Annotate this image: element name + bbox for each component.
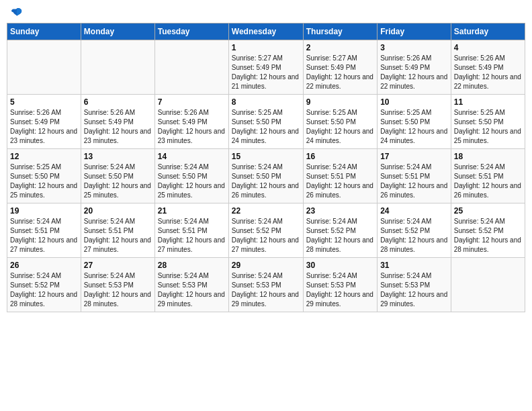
calendar-day-cell: 3Sunrise: 5:26 AMSunset: 5:49 PMDaylight… — [378, 40, 451, 95]
logo — [9, 7, 23, 19]
calendar-week-row: 26Sunrise: 5:24 AMSunset: 5:52 PMDayligh… — [7, 258, 525, 312]
day-info-line: Sunset: 5:49 PM — [10, 118, 78, 127]
header — [7, 7, 525, 19]
day-info-line: Sunrise: 5:26 AM — [84, 108, 152, 118]
calendar-day-cell: 31Sunrise: 5:24 AMSunset: 5:53 PMDayligh… — [378, 258, 451, 312]
day-info-line: Sunset: 5:52 PM — [454, 226, 522, 236]
day-info-line: Daylight: 12 hours and 28 minutes. — [84, 290, 152, 309]
calendar-day-cell: 5Sunrise: 5:26 AMSunset: 5:49 PMDaylight… — [7, 95, 81, 149]
calendar-week-row: 1Sunrise: 5:27 AMSunset: 5:49 PMDaylight… — [7, 40, 525, 95]
day-info-line: Daylight: 12 hours and 22 minutes. — [380, 73, 448, 91]
day-info-line: Sunrise: 5:27 AM — [306, 54, 374, 63]
day-number: 11 — [454, 97, 522, 107]
calendar-day-cell: 12Sunrise: 5:25 AMSunset: 5:50 PMDayligh… — [7, 149, 81, 203]
day-info-line: Daylight: 12 hours and 28 minutes. — [454, 236, 522, 255]
day-number: 14 — [158, 152, 226, 161]
calendar-day-cell: 23Sunrise: 5:24 AMSunset: 5:52 PMDayligh… — [303, 203, 377, 258]
calendar-day-cell: 10Sunrise: 5:25 AMSunset: 5:50 PMDayligh… — [378, 95, 451, 149]
day-info-line: Daylight: 12 hours and 26 minutes. — [232, 181, 300, 200]
day-info-line: Sunset: 5:52 PM — [232, 226, 300, 236]
day-info-line: Daylight: 12 hours and 27 minutes. — [232, 236, 300, 255]
calendar-week-row: 12Sunrise: 5:25 AMSunset: 5:50 PMDayligh… — [7, 149, 525, 203]
day-info-line: Daylight: 12 hours and 29 minutes. — [232, 290, 300, 309]
day-info-line: Sunset: 5:51 PM — [158, 226, 226, 236]
day-info-line: Sunset: 5:52 PM — [380, 226, 448, 236]
day-info-line: Sunrise: 5:24 AM — [158, 271, 226, 281]
day-info-line: Sunrise: 5:25 AM — [10, 163, 78, 172]
day-number: 27 — [84, 261, 152, 270]
day-number: 19 — [10, 206, 78, 216]
calendar-day-cell — [154, 40, 228, 95]
day-info-line: Daylight: 12 hours and 24 minutes. — [232, 127, 300, 146]
day-number: 20 — [84, 206, 152, 216]
day-number: 13 — [84, 152, 152, 161]
day-info-line: Sunset: 5:51 PM — [380, 172, 448, 181]
day-number: 15 — [232, 152, 300, 161]
calendar-day-cell: 28Sunrise: 5:24 AMSunset: 5:53 PMDayligh… — [154, 258, 228, 312]
day-info-line: Sunrise: 5:24 AM — [380, 163, 448, 172]
day-info-line: Sunrise: 5:26 AM — [380, 54, 448, 63]
day-number: 8 — [232, 97, 300, 107]
day-info-line: Sunrise: 5:24 AM — [380, 217, 448, 226]
day-info-line: Sunset: 5:52 PM — [10, 281, 78, 290]
day-number: 16 — [306, 152, 374, 161]
day-info-line: Sunset: 5:53 PM — [84, 281, 152, 290]
day-info-line: Sunset: 5:49 PM — [232, 63, 300, 73]
day-info-line: Daylight: 12 hours and 23 minutes. — [84, 127, 152, 146]
day-info-line: Daylight: 12 hours and 28 minutes. — [380, 236, 448, 255]
day-info-line: Daylight: 12 hours and 28 minutes. — [10, 290, 78, 309]
day-info-line: Daylight: 12 hours and 23 minutes. — [158, 127, 226, 146]
day-info-line: Sunset: 5:51 PM — [454, 172, 522, 181]
day-info-line: Sunrise: 5:27 AM — [232, 54, 300, 63]
day-info-line: Sunset: 5:53 PM — [306, 281, 374, 290]
day-info-line: Daylight: 12 hours and 26 minutes. — [306, 181, 374, 200]
day-info-line: Sunrise: 5:24 AM — [158, 217, 226, 226]
day-info-line: Daylight: 12 hours and 22 minutes. — [306, 73, 374, 91]
day-info-line: Daylight: 12 hours and 27 minutes. — [10, 236, 78, 255]
day-info-line: Daylight: 12 hours and 24 minutes. — [306, 127, 374, 146]
weekday-header-row: SundayMondayTuesdayWednesdayThursdayFrid… — [7, 24, 525, 40]
day-number: 5 — [10, 97, 78, 107]
day-info-line: Sunset: 5:51 PM — [10, 226, 78, 236]
day-info-line: Sunset: 5:49 PM — [84, 118, 152, 127]
day-info-line: Daylight: 12 hours and 26 minutes. — [380, 181, 448, 200]
day-info-line: Daylight: 12 hours and 27 minutes. — [84, 236, 152, 255]
calendar-day-cell: 19Sunrise: 5:24 AMSunset: 5:51 PMDayligh… — [7, 203, 81, 258]
day-info-line: Sunrise: 5:26 AM — [10, 108, 78, 118]
day-number: 3 — [380, 43, 448, 52]
day-info-line: Sunrise: 5:24 AM — [10, 217, 78, 226]
calendar-day-cell: 13Sunrise: 5:24 AMSunset: 5:50 PMDayligh… — [81, 149, 154, 203]
day-info-line: Sunrise: 5:24 AM — [84, 217, 152, 226]
day-info-line: Daylight: 12 hours and 27 minutes. — [158, 236, 226, 255]
calendar-day-cell: 6Sunrise: 5:26 AMSunset: 5:49 PMDaylight… — [81, 95, 154, 149]
day-info-line: Daylight: 12 hours and 25 minutes. — [84, 181, 152, 200]
weekday-header-cell: Thursday — [303, 24, 377, 40]
calendar-day-cell: 22Sunrise: 5:24 AMSunset: 5:52 PMDayligh… — [228, 203, 303, 258]
day-info-line: Daylight: 12 hours and 29 minutes. — [158, 290, 226, 309]
day-number: 2 — [306, 43, 374, 52]
day-info-line: Sunrise: 5:24 AM — [232, 217, 300, 226]
calendar-day-cell: 7Sunrise: 5:26 AMSunset: 5:49 PMDaylight… — [154, 95, 228, 149]
day-number: 30 — [306, 261, 374, 270]
day-info-line: Sunrise: 5:24 AM — [454, 163, 522, 172]
calendar-day-cell: 24Sunrise: 5:24 AMSunset: 5:52 PMDayligh… — [378, 203, 451, 258]
day-info-line: Daylight: 12 hours and 26 minutes. — [454, 181, 522, 200]
day-number: 18 — [454, 152, 522, 161]
calendar-day-cell: 8Sunrise: 5:25 AMSunset: 5:50 PMDaylight… — [228, 95, 303, 149]
day-number: 4 — [454, 43, 522, 52]
day-info-line: Daylight: 12 hours and 28 minutes. — [306, 236, 374, 255]
calendar-day-cell: 15Sunrise: 5:24 AMSunset: 5:50 PMDayligh… — [228, 149, 303, 203]
day-info-line: Sunset: 5:49 PM — [306, 63, 374, 73]
day-info-line: Sunrise: 5:26 AM — [454, 54, 522, 63]
calendar-day-cell: 30Sunrise: 5:24 AMSunset: 5:53 PMDayligh… — [303, 258, 377, 312]
day-info-line: Sunset: 5:50 PM — [454, 118, 522, 127]
calendar-day-cell: 25Sunrise: 5:24 AMSunset: 5:52 PMDayligh… — [451, 203, 525, 258]
day-info-line: Sunrise: 5:24 AM — [84, 163, 152, 172]
day-info-line: Sunrise: 5:24 AM — [10, 271, 78, 281]
weekday-header-cell: Tuesday — [154, 24, 228, 40]
day-info-line: Sunrise: 5:25 AM — [306, 108, 374, 118]
day-info-line: Daylight: 12 hours and 23 minutes. — [10, 127, 78, 146]
day-info-line: Sunrise: 5:25 AM — [232, 108, 300, 118]
day-info-line: Daylight: 12 hours and 29 minutes. — [380, 290, 448, 309]
day-number: 1 — [232, 43, 300, 52]
